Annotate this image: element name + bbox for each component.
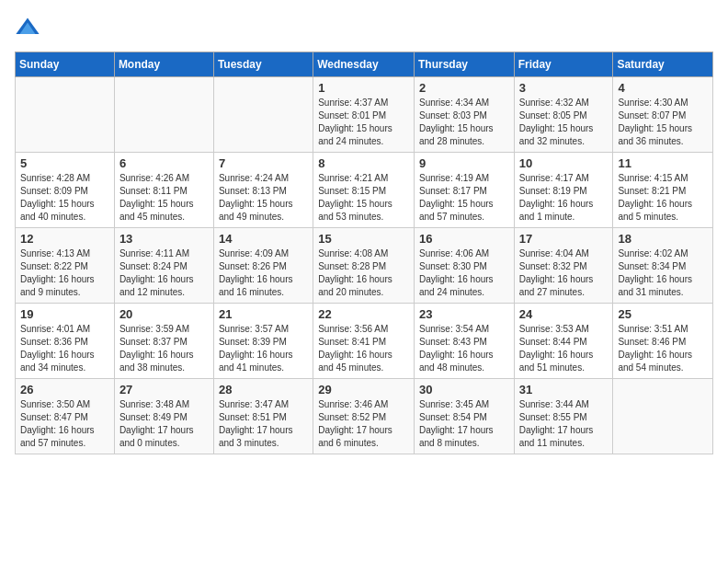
day-cell: 3Sunrise: 4:32 AM Sunset: 8:05 PM Daylig…: [514, 77, 613, 153]
day-number: 7: [219, 156, 308, 170]
day-number: 11: [618, 156, 708, 170]
day-number: 17: [519, 232, 609, 246]
day-info: Sunrise: 4:19 AM Sunset: 8:17 PM Dayligh…: [419, 172, 509, 224]
day-info: Sunrise: 4:26 AM Sunset: 8:11 PM Dayligh…: [119, 172, 209, 224]
day-info: Sunrise: 3:47 AM Sunset: 8:51 PM Dayligh…: [219, 398, 308, 450]
day-cell: 15Sunrise: 4:08 AM Sunset: 8:28 PM Dayli…: [313, 228, 415, 304]
day-number: 15: [318, 232, 409, 246]
week-row-3: 12Sunrise: 4:13 AM Sunset: 8:22 PM Dayli…: [16, 228, 713, 304]
week-row-2: 5Sunrise: 4:28 AM Sunset: 8:09 PM Daylig…: [16, 153, 713, 228]
day-cell: 19Sunrise: 4:01 AM Sunset: 8:36 PM Dayli…: [16, 304, 115, 379]
day-info: Sunrise: 4:24 AM Sunset: 8:13 PM Dayligh…: [219, 172, 308, 224]
day-cell: 18Sunrise: 4:02 AM Sunset: 8:34 PM Dayli…: [613, 228, 713, 304]
day-info: Sunrise: 4:34 AM Sunset: 8:03 PM Dayligh…: [419, 97, 509, 148]
header-friday: Friday: [514, 52, 613, 77]
day-cell: 4Sunrise: 4:30 AM Sunset: 8:07 PM Daylig…: [613, 77, 713, 153]
day-number: 29: [318, 383, 409, 396]
calendar-table: SundayMondayTuesdayWednesdayThursdayFrid…: [15, 52, 713, 454]
day-cell: [613, 379, 713, 454]
day-number: 23: [419, 307, 509, 321]
day-cell: 29Sunrise: 3:46 AM Sunset: 8:52 PM Dayli…: [313, 379, 415, 454]
day-cell: [16, 77, 115, 153]
day-cell: 28Sunrise: 3:47 AM Sunset: 8:51 PM Dayli…: [213, 379, 313, 454]
day-info: Sunrise: 4:04 AM Sunset: 8:32 PM Dayligh…: [519, 247, 609, 299]
day-number: 16: [419, 232, 509, 246]
day-number: 14: [219, 232, 308, 246]
day-number: 28: [219, 383, 308, 396]
day-info: Sunrise: 3:44 AM Sunset: 8:55 PM Dayligh…: [519, 398, 609, 450]
header-monday: Monday: [114, 52, 213, 77]
day-cell: 11Sunrise: 4:15 AM Sunset: 8:21 PM Dayli…: [613, 153, 713, 228]
day-number: 18: [618, 232, 708, 246]
day-cell: 26Sunrise: 3:50 AM Sunset: 8:47 PM Dayli…: [16, 379, 115, 454]
day-info: Sunrise: 4:01 AM Sunset: 8:36 PM Dayligh…: [20, 323, 109, 374]
week-row-4: 19Sunrise: 4:01 AM Sunset: 8:36 PM Dayli…: [16, 304, 713, 379]
day-number: 2: [419, 81, 509, 95]
week-row-5: 26Sunrise: 3:50 AM Sunset: 8:47 PM Dayli…: [16, 379, 713, 454]
day-cell: 24Sunrise: 3:53 AM Sunset: 8:44 PM Dayli…: [514, 304, 613, 379]
day-number: 19: [20, 307, 109, 321]
day-cell: 2Sunrise: 4:34 AM Sunset: 8:03 PM Daylig…: [414, 77, 514, 153]
week-row-1: 1Sunrise: 4:37 AM Sunset: 8:01 PM Daylig…: [16, 77, 713, 153]
day-number: 4: [618, 81, 708, 95]
day-number: 5: [20, 156, 109, 170]
day-info: Sunrise: 4:06 AM Sunset: 8:30 PM Dayligh…: [419, 247, 509, 299]
day-number: 13: [119, 232, 209, 246]
day-cell: 5Sunrise: 4:28 AM Sunset: 8:09 PM Daylig…: [16, 153, 115, 228]
day-info: Sunrise: 3:54 AM Sunset: 8:43 PM Dayligh…: [419, 323, 509, 374]
day-info: Sunrise: 3:53 AM Sunset: 8:44 PM Dayligh…: [519, 323, 609, 374]
day-cell: 6Sunrise: 4:26 AM Sunset: 8:11 PM Daylig…: [114, 153, 213, 228]
day-cell: 1Sunrise: 4:37 AM Sunset: 8:01 PM Daylig…: [313, 77, 415, 153]
day-cell: 13Sunrise: 4:11 AM Sunset: 8:24 PM Dayli…: [114, 228, 213, 304]
day-info: Sunrise: 4:32 AM Sunset: 8:05 PM Dayligh…: [519, 97, 609, 148]
logo: [15, 15, 44, 40]
day-number: 30: [419, 383, 509, 396]
day-info: Sunrise: 4:02 AM Sunset: 8:34 PM Dayligh…: [618, 247, 708, 299]
header-wednesday: Wednesday: [313, 52, 415, 77]
day-number: 24: [519, 307, 609, 321]
day-cell: 31Sunrise: 3:44 AM Sunset: 8:55 PM Dayli…: [514, 379, 613, 454]
day-number: 21: [219, 307, 308, 321]
day-cell: 23Sunrise: 3:54 AM Sunset: 8:43 PM Dayli…: [414, 304, 514, 379]
day-number: 10: [519, 156, 609, 170]
day-info: Sunrise: 3:48 AM Sunset: 8:49 PM Dayligh…: [119, 398, 209, 450]
page-header: [15, 15, 713, 40]
day-number: 27: [119, 383, 209, 396]
day-cell: 27Sunrise: 3:48 AM Sunset: 8:49 PM Dayli…: [114, 379, 213, 454]
day-cell: 12Sunrise: 4:13 AM Sunset: 8:22 PM Dayli…: [16, 228, 115, 304]
day-number: 1: [318, 81, 409, 95]
day-number: 12: [20, 232, 109, 246]
day-number: 3: [519, 81, 609, 95]
day-cell: [213, 77, 313, 153]
day-cell: 9Sunrise: 4:19 AM Sunset: 8:17 PM Daylig…: [414, 153, 514, 228]
day-number: 22: [318, 307, 409, 321]
day-number: 26: [20, 383, 109, 396]
day-cell: 10Sunrise: 4:17 AM Sunset: 8:19 PM Dayli…: [514, 153, 613, 228]
day-info: Sunrise: 3:46 AM Sunset: 8:52 PM Dayligh…: [318, 398, 409, 450]
day-cell: 14Sunrise: 4:09 AM Sunset: 8:26 PM Dayli…: [213, 228, 313, 304]
day-info: Sunrise: 3:50 AM Sunset: 8:47 PM Dayligh…: [20, 398, 109, 450]
day-info: Sunrise: 4:13 AM Sunset: 8:22 PM Dayligh…: [20, 247, 109, 299]
day-cell: 20Sunrise: 3:59 AM Sunset: 8:37 PM Dayli…: [114, 304, 213, 379]
day-number: 25: [618, 307, 708, 321]
day-number: 6: [119, 156, 209, 170]
day-cell: 7Sunrise: 4:24 AM Sunset: 8:13 PM Daylig…: [213, 153, 313, 228]
header-thursday: Thursday: [414, 52, 514, 77]
day-cell: 8Sunrise: 4:21 AM Sunset: 8:15 PM Daylig…: [313, 153, 415, 228]
day-number: 9: [419, 156, 509, 170]
logo-icon: [15, 15, 40, 40]
day-cell: 21Sunrise: 3:57 AM Sunset: 8:39 PM Dayli…: [213, 304, 313, 379]
day-info: Sunrise: 4:15 AM Sunset: 8:21 PM Dayligh…: [618, 172, 708, 224]
day-info: Sunrise: 4:17 AM Sunset: 8:19 PM Dayligh…: [519, 172, 609, 224]
header-row: SundayMondayTuesdayWednesdayThursdayFrid…: [16, 52, 713, 77]
day-cell: 16Sunrise: 4:06 AM Sunset: 8:30 PM Dayli…: [414, 228, 514, 304]
day-cell: 25Sunrise: 3:51 AM Sunset: 8:46 PM Dayli…: [613, 304, 713, 379]
day-info: Sunrise: 3:59 AM Sunset: 8:37 PM Dayligh…: [119, 323, 209, 374]
day-number: 8: [318, 156, 409, 170]
day-info: Sunrise: 4:08 AM Sunset: 8:28 PM Dayligh…: [318, 247, 409, 299]
day-info: Sunrise: 4:30 AM Sunset: 8:07 PM Dayligh…: [618, 97, 708, 148]
calendar-body: 1Sunrise: 4:37 AM Sunset: 8:01 PM Daylig…: [16, 77, 713, 454]
day-cell: 22Sunrise: 3:56 AM Sunset: 8:41 PM Dayli…: [313, 304, 415, 379]
day-info: Sunrise: 4:11 AM Sunset: 8:24 PM Dayligh…: [119, 247, 209, 299]
day-cell: [114, 77, 213, 153]
